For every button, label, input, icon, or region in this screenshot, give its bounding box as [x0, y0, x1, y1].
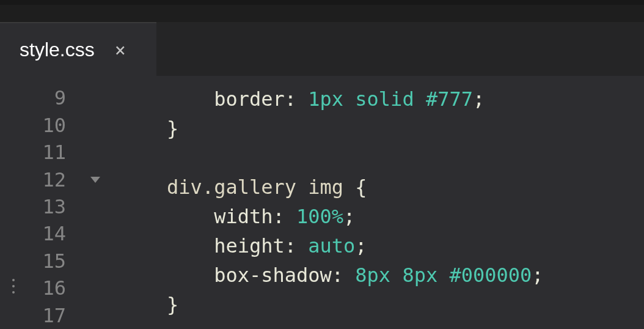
token-value: #777: [426, 87, 473, 111]
token-value: 100%: [296, 205, 343, 228]
code-line[interactable]: [120, 319, 644, 329]
line-row: 11: [0, 139, 115, 166]
token-punct: ;: [355, 234, 367, 257]
line-number: 13: [0, 195, 66, 218]
token-property: width: [214, 205, 273, 228]
line-number: 12: [0, 168, 66, 191]
code-line[interactable]: div.gallery img {: [120, 172, 644, 202]
token-brace: }: [167, 117, 178, 140]
token-value: solid: [355, 87, 414, 111]
code-line[interactable]: [120, 143, 644, 172]
token-punct: :: [332, 264, 356, 287]
token-brace: }: [167, 293, 178, 316]
token-property: border: [214, 87, 285, 111]
gutter-dots-icon: [12, 279, 15, 294]
token-punct: [343, 176, 355, 199]
token-value: #000000: [449, 264, 532, 287]
line-number: 17: [0, 304, 66, 327]
token-value: 1px: [308, 87, 343, 111]
chevron-down-icon[interactable]: [90, 177, 100, 183]
token-punct: [343, 87, 355, 111]
token-class: .gallery: [202, 176, 296, 199]
token-punct: ;: [532, 264, 543, 287]
token-property: box-shadow: [214, 264, 332, 287]
token-punct: [390, 264, 402, 287]
token-punct: :: [285, 87, 309, 111]
code-line[interactable]: }: [120, 290, 644, 319]
token-selector: img: [308, 176, 343, 199]
code-line[interactable]: }: [120, 114, 644, 143]
close-icon[interactable]: ×: [112, 41, 129, 58]
token-punct: [437, 264, 449, 287]
token-property: height: [214, 234, 285, 257]
token-punct: :: [285, 234, 309, 257]
line-row: 17: [0, 302, 115, 329]
line-row: 10: [0, 111, 115, 138]
code-line[interactable]: border: 1px solid #777;: [120, 84, 644, 114]
tab-bar: style.css ×: [0, 22, 644, 76]
code-line[interactable]: width: 100%;: [120, 202, 644, 231]
tab-stylecss[interactable]: style.css ×: [0, 22, 156, 76]
line-row: 9: [0, 84, 115, 111]
line-row: 13: [0, 193, 115, 220]
token-value: 8px: [402, 264, 437, 287]
token-punct: [296, 176, 308, 199]
token-punct: [414, 87, 426, 111]
scrollbar-track[interactable]: [633, 76, 644, 329]
line-number: 16: [0, 276, 66, 300]
code-line[interactable]: box-shadow: 8px 8px #000000;: [120, 261, 644, 290]
line-row: 14: [0, 220, 115, 247]
line-number: 14: [0, 222, 66, 245]
tab-label: style.css: [20, 39, 95, 61]
token-brace: {: [355, 176, 367, 199]
editor[interactable]: 91011121314151617 border: 1px solid #777…: [0, 76, 644, 329]
line-gutter: 91011121314151617: [0, 76, 115, 329]
line-number: 10: [0, 114, 66, 137]
token-punct: ;: [343, 205, 355, 228]
token-selector: div: [167, 176, 202, 199]
line-row: 15: [0, 248, 115, 275]
line-number: 11: [0, 141, 66, 164]
token-value: 8px: [355, 264, 390, 287]
line-row: 12: [0, 166, 115, 193]
title-bar-stub: [0, 0, 644, 5]
line-number: 9: [0, 86, 66, 109]
code-line[interactable]: height: auto;: [120, 231, 644, 261]
code-area[interactable]: border: 1px solid #777; } div.gallery im…: [115, 76, 644, 329]
token-punct: :: [273, 205, 296, 228]
token-punct: ;: [473, 87, 485, 111]
line-number: 15: [0, 250, 66, 273]
line-row: 16: [0, 275, 115, 301]
token-value: auto: [308, 234, 355, 257]
